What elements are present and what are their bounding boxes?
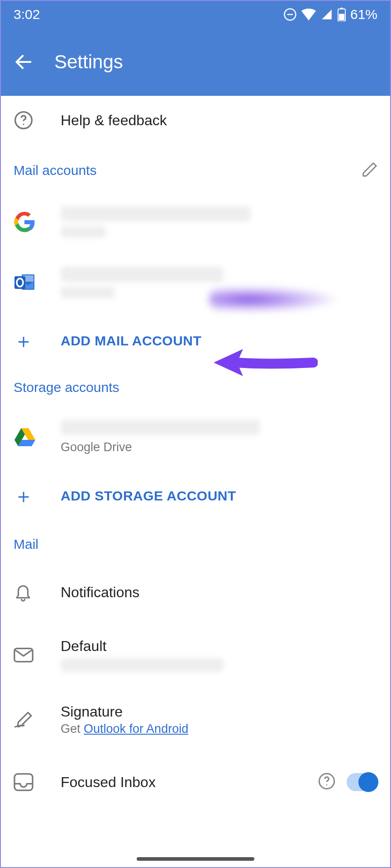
status-bar: 3:02 61% (1, 1, 390, 28)
signature-subtitle: Get Outlook for Android (61, 722, 378, 736)
add-storage-account-button[interactable]: ＋ ADD STORAGE ACCOUNT (1, 468, 390, 524)
signature-row[interactable]: Signature Get Outlook for Android (1, 685, 390, 750)
default-label: Default (61, 638, 378, 655)
storage-account-gdrive[interactable]: Google Drive (1, 400, 390, 468)
signal-icon (320, 9, 333, 20)
focused-inbox-label: Focused Inbox (61, 774, 318, 791)
bell-icon (14, 582, 33, 603)
mail-account-google[interactable] (1, 184, 390, 251)
section-label: Mail accounts (14, 163, 96, 178)
mail-accounts-heading: Mail accounts (1, 145, 390, 184)
home-indicator[interactable] (137, 857, 254, 861)
battery-percent: 61% (350, 7, 377, 22)
plus-icon: ＋ (14, 486, 33, 506)
help-icon (318, 772, 336, 790)
notifications-row[interactable]: Notifications (1, 557, 390, 623)
google-icon (14, 211, 35, 233)
app-header: Settings (1, 28, 390, 96)
inbox-icon (14, 773, 33, 791)
status-right: 61% (283, 7, 377, 22)
mail-section-heading: Mail (1, 524, 390, 557)
focused-inbox-row[interactable]: Focused Inbox (1, 750, 390, 801)
edit-accounts-button[interactable] (361, 161, 378, 180)
signature-icon (14, 711, 34, 729)
focused-inbox-help-button[interactable] (318, 772, 336, 792)
storage-subtitle: Google Drive (61, 440, 378, 454)
focused-inbox-toggle[interactable] (347, 773, 378, 791)
add-storage-account-label: ADD STORAGE ACCOUNT (61, 488, 378, 504)
google-drive-icon (14, 427, 36, 447)
svg-rect-3 (340, 8, 343, 9)
outlook-icon (14, 273, 35, 292)
outlook-android-link[interactable]: Outlook for Android (84, 722, 188, 736)
signature-label: Signature (61, 703, 378, 720)
battery-icon (338, 8, 346, 21)
help-feedback-label: Help & feedback (61, 112, 378, 129)
plus-icon: ＋ (14, 331, 33, 351)
status-time: 3:02 (14, 7, 40, 22)
notifications-label: Notifications (61, 584, 378, 601)
dnd-icon (283, 8, 297, 21)
section-label: Mail (14, 537, 38, 552)
wifi-icon (301, 8, 316, 21)
signature-prefix: Get (61, 722, 84, 736)
page-title: Settings (54, 51, 123, 73)
svg-rect-4 (339, 14, 344, 20)
add-mail-account-button[interactable]: ＋ ADD MAIL ACCOUNT (1, 314, 390, 368)
svg-rect-13 (14, 774, 33, 790)
pencil-icon (361, 161, 378, 178)
add-mail-account-label: ADD MAIL ACCOUNT (61, 333, 378, 349)
help-feedback-row[interactable]: Help & feedback (1, 96, 390, 145)
svg-point-7 (23, 124, 24, 125)
back-arrow-icon (13, 52, 34, 72)
section-label: Storage accounts (14, 380, 119, 395)
help-icon (14, 110, 33, 130)
storage-accounts-heading: Storage accounts (1, 368, 390, 400)
default-row[interactable]: Default (1, 623, 390, 685)
mail-icon (14, 647, 33, 663)
annotation-cursor-blur (209, 286, 340, 313)
svg-point-15 (326, 784, 328, 786)
back-button[interactable] (10, 52, 37, 72)
